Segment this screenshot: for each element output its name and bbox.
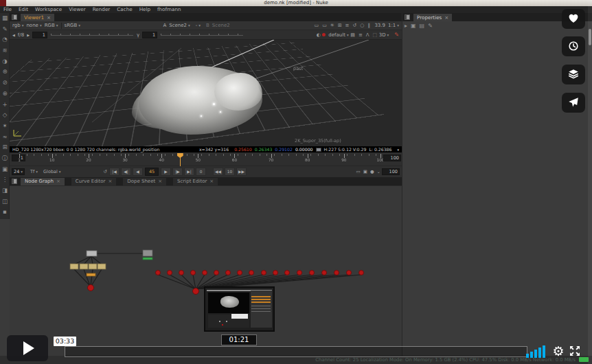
viewer-top-icon-2[interactable]: ✳ — [328, 23, 336, 28]
transport-fwd-2[interactable]: ▶| — [184, 168, 194, 176]
playhead-marker[interactable] — [177, 153, 183, 158]
display-channels-select[interactable]: RGB — [45, 23, 58, 28]
transport-right-icon-3[interactable]: ⌄ — [377, 169, 380, 174]
transport-right-icon-1[interactable]: ▣ — [363, 169, 367, 174]
tab-close-icon[interactable]: × — [56, 179, 60, 184]
menu-fhofmann[interactable]: fhofmann — [154, 6, 185, 13]
frame-increment-field[interactable]: 0 — [196, 168, 206, 176]
wipe-select[interactable]: - — [196, 23, 201, 28]
time-icon[interactable]: ◔ — [0, 34, 10, 45]
input-b-select[interactable]: Scene2 — [212, 23, 230, 28]
range-out-field[interactable]: 100 — [383, 155, 401, 161]
properties-icon-1[interactable]: ▣ — [411, 23, 416, 29]
skip-back-button[interactable]: ◀◀ — [213, 168, 223, 176]
add-to-collections-button[interactable] — [562, 65, 585, 84]
tab-close-icon[interactable]: × — [47, 14, 51, 21]
pause-indicator-icon[interactable] — [322, 33, 326, 36]
viewer-gain-icon-0[interactable]: ▤ — [349, 32, 357, 38]
viewer-gain-icon-2[interactable]: Λ — [364, 32, 371, 38]
roi-pencil-icon[interactable]: ✎ — [394, 32, 399, 38]
skip-value-field[interactable]: 10 — [225, 168, 235, 176]
watch-later-button[interactable] — [562, 36, 585, 56]
panel-menu-icon[interactable] — [405, 14, 410, 20]
frame-ruler[interactable]: 1102030405060708090100 — [19, 154, 380, 165]
tab-close-icon[interactable]: × — [108, 179, 112, 184]
current-frame-field[interactable]: 45 — [145, 168, 159, 176]
panel-menu-icon[interactable] — [12, 179, 17, 184]
tab-node-graph[interactable]: Node Graph× — [21, 178, 65, 185]
play-button[interactable] — [7, 335, 48, 361]
transport-fwd-0[interactable]: ▶ — [161, 168, 171, 176]
properties-icon-0[interactable]: ▸ — [405, 23, 407, 29]
tab-close-icon[interactable]: × — [158, 179, 162, 184]
menu-cache[interactable]: Cache — [113, 6, 135, 13]
viewer-top-icon-4[interactable]: ≡ — [343, 23, 351, 28]
views-icon[interactable]: ⊞ — [0, 142, 10, 153]
viewer-top-icon-7[interactable]: ‖ — [366, 23, 372, 28]
particles-icon[interactable]: ✶ — [0, 121, 10, 132]
viewer-top-icon-3[interactable]: ⊞ — [336, 23, 343, 28]
tab-dope-sheet[interactable]: Dope Sheet× — [123, 178, 166, 185]
menu-render[interactable]: Render — [89, 6, 114, 13]
tab-close-icon[interactable]: × — [209, 179, 214, 184]
tf-select[interactable]: Tf — [30, 169, 38, 174]
colorspace-select[interactable]: sRGB — [65, 23, 81, 28]
viewer-top-icon-5[interactable]: ↺ — [351, 23, 358, 28]
next-aperture-icon[interactable]: ▶ — [27, 33, 30, 37]
keyer-icon[interactable]: ⊘ — [0, 78, 10, 89]
viewer-top-icon-1[interactable]: ▭ — [321, 23, 329, 28]
properties-icon-2[interactable]: ▤ — [420, 23, 425, 29]
transport-back-0[interactable]: |◀ — [109, 168, 119, 176]
scale-select[interactable]: 1:1 — [388, 23, 399, 28]
tab-properties[interactable]: Properties× — [413, 14, 452, 21]
status-caret-icon[interactable]: ▾ — [397, 148, 399, 152]
channel-icon[interactable]: ≋ — [0, 45, 10, 56]
menu-viewer[interactable]: Viewer — [65, 6, 89, 13]
transform-icon[interactable]: + — [0, 100, 10, 111]
color-icon[interactable]: ◑ — [0, 56, 10, 67]
transport-right-icon-0[interactable]: ▭ — [356, 169, 361, 174]
viewer-top-icon-6[interactable]: ○ — [358, 23, 366, 28]
properties-icon-3[interactable]: ✎ — [428, 23, 433, 29]
menu-workspace[interactable]: Workspace — [32, 6, 65, 13]
3d-icon[interactable]: ◇ — [0, 110, 10, 121]
tab-close-icon[interactable]: × — [444, 14, 448, 21]
transport-back-2[interactable]: ◀ — [133, 168, 143, 176]
tab-viewer1[interactable]: Viewer1× — [21, 14, 54, 21]
viewer-gain-icon-3[interactable]: ⬚ — [371, 32, 379, 38]
skip-forward-button[interactable]: ▶▶ — [236, 168, 247, 176]
merge-icon[interactable]: ⊕ — [0, 89, 10, 100]
menu-file[interactable]: File — [0, 6, 15, 13]
fps-select[interactable]: 24 — [12, 168, 25, 175]
image-icon[interactable]: ▦ — [0, 13, 10, 24]
page-scrollbar-handle[interactable] — [589, 29, 591, 45]
gain-field[interactable]: 1 — [32, 32, 47, 38]
filter-icon[interactable]: ⊛ — [0, 67, 10, 78]
gear-icon[interactable]: ⚙ — [551, 343, 566, 359]
like-button[interactable] — [562, 9, 585, 29]
page-scrollbar-track[interactable] — [588, 0, 592, 364]
draw-icon[interactable]: ✎ — [0, 24, 10, 35]
transport-fwd-1[interactable]: |▶ — [172, 168, 183, 176]
panel-menu-icon[interactable] — [12, 14, 17, 20]
other-icon[interactable]: ⋮ — [0, 174, 10, 185]
viewer-process-select[interactable]: default — [328, 32, 348, 38]
view-mode-select[interactable]: 3D — [379, 32, 389, 38]
seek-bar[interactable] — [65, 346, 527, 357]
menu-help[interactable]: Help — [136, 6, 154, 13]
range-mode-select[interactable]: Global — [43, 169, 61, 174]
stereo-icon[interactable]: ◫ — [0, 196, 10, 207]
viewer-3d-viewport[interactable]: past 2K_Super_35(full-ap) — [10, 40, 402, 146]
plugins-icon[interactable]: ▪ — [0, 207, 10, 218]
volume-control[interactable] — [526, 345, 548, 358]
viewer-gain-icon-1[interactable]: ≡ — [356, 32, 364, 38]
deep-icon[interactable]: ≈ — [0, 132, 10, 143]
gain-slider[interactable] — [51, 34, 133, 36]
ocio-icon[interactable]: ◨ — [0, 185, 10, 196]
gamma-slider[interactable] — [161, 34, 243, 36]
playback-out-field[interactable]: 100 — [382, 168, 400, 175]
gamma-field[interactable]: 1 — [142, 32, 157, 38]
contrast-icon[interactable]: ◐ — [315, 32, 322, 38]
viewer-top-icon-0[interactable]: ▭ — [312, 23, 321, 28]
share-button[interactable] — [562, 93, 585, 113]
